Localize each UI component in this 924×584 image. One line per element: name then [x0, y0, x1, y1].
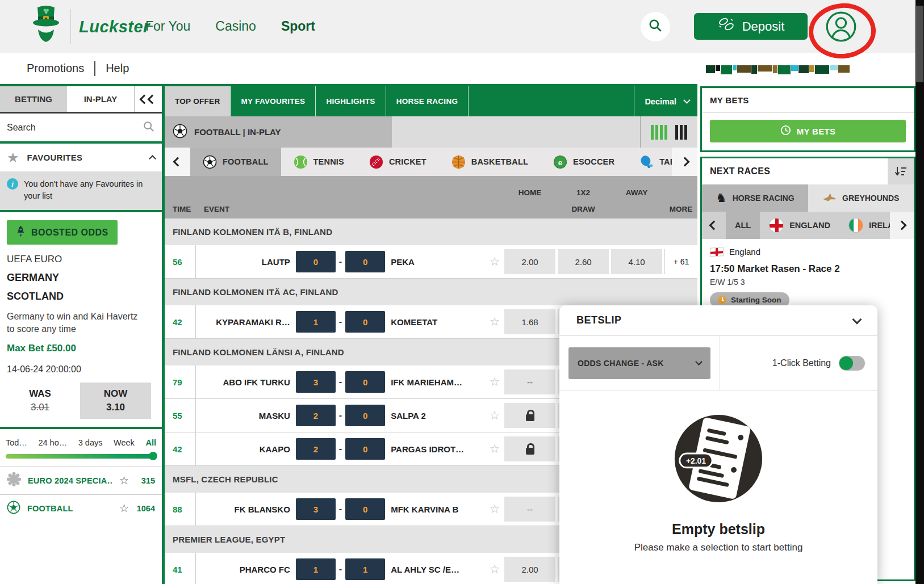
boost-badge-value: +2.01 [686, 456, 706, 465]
favourite-star-icon[interactable]: ☆ [485, 409, 504, 422]
football-icon [203, 155, 217, 169]
boost-description: Germany to win and Kai Havertz to score … [7, 310, 143, 336]
match-event[interactable]: ABO IFK TURKU3-0IFK MARIEHAM… [196, 371, 485, 393]
match-event[interactable]: KYPARAMAKI R…1-0KOMEETAT [196, 311, 485, 333]
luckster-sportsbook-page: Luckster For YouCasinoSport Deposit Prom… [0, 0, 924, 584]
three-column-layout-icon[interactable] [675, 125, 687, 140]
horse-icon: ♞ [716, 192, 727, 204]
more-markets[interactable]: + 61 [664, 249, 697, 274]
favourite-star-icon[interactable]: ☆ [485, 502, 504, 516]
race-tab-horse-racing[interactable]: ♞HORSE RACING [702, 184, 808, 212]
match-event[interactable]: PHARCO FC1-1AL AHLY SC /E… [196, 558, 485, 580]
time-filter-3-days[interactable]: 3 days [78, 438, 103, 447]
favourite-star-icon[interactable]: ☆ [485, 562, 504, 576]
favourite-star-icon[interactable]: ☆ [485, 255, 504, 268]
football-green-icon [7, 501, 20, 516]
brand-name: Luckster [79, 18, 150, 36]
account-button[interactable] [825, 11, 858, 44]
favourites-header[interactable]: ★ FAVOURITES [0, 144, 162, 171]
nav-item-casino[interactable]: Casino [215, 19, 256, 34]
nav-item-for-you[interactable]: For You [145, 19, 190, 34]
market-tab-top-offer[interactable]: TOP OFFER [165, 86, 231, 116]
odds-format-dropdown[interactable]: Decimal [634, 86, 697, 116]
collapse-betslip-icon[interactable] [852, 314, 862, 324]
time-filter-24-ho[interactable]: 24 ho… [38, 438, 67, 447]
match-event[interactable]: KAAPO2-0PARGAS IDROT… [196, 438, 485, 460]
away-score: 0 [345, 498, 385, 520]
sidebar-tab-in-play[interactable]: IN-PLAY [67, 86, 134, 112]
collapse-sidebar-button[interactable] [134, 86, 162, 112]
sport-tab-label: ESOCCER [573, 157, 614, 166]
four-column-layout-icon[interactable] [651, 125, 667, 140]
breadcrumb[interactable]: FOOTBALL | IN-PLAY [165, 116, 392, 148]
search-input: Search [7, 123, 36, 133]
time-filter-all[interactable]: All [145, 438, 156, 447]
country-tab-england[interactable]: ENGLAND [760, 212, 839, 239]
favourite-star-icon[interactable]: ☆ [485, 375, 504, 389]
time-filter-tod[interactable]: Tod… [6, 438, 27, 447]
nav-item-sport[interactable]: Sport [281, 19, 315, 34]
sort-button[interactable] [888, 158, 914, 184]
match-event[interactable]: LAUTP0-0PEKA [196, 251, 485, 272]
sport-tab-football[interactable]: FOOTBALL [190, 148, 281, 176]
country-tab-irela[interactable]: IRELA [839, 212, 890, 239]
time-filter-week[interactable]: Week [114, 438, 135, 447]
home-team: MASKU [196, 411, 290, 421]
time-range-slider[interactable] [6, 454, 156, 459]
odds-change-dropdown[interactable]: ODDS CHANGE - ASK [568, 347, 710, 379]
sidebar-sport-euro-2024-specia[interactable]: EURO 2024 SPECIA…☆315 [0, 467, 162, 494]
sport-tab-esoccer[interactable]: eESOCCER [541, 148, 627, 176]
page-scrollbar[interactable] [915, 0, 924, 584]
odds-cell[interactable]: 2.00 [504, 557, 555, 582]
promotions-link[interactable]: Promotions [27, 62, 84, 75]
breadcrumb-strip: FOOTBALL | IN-PLAY [165, 116, 697, 148]
next-race-card[interactable]: England 17:50 Market Rasen - Race 2 E/W … [702, 239, 914, 316]
away-score: 0 [345, 405, 385, 426]
odds-cell[interactable]: 2.60 [558, 249, 609, 274]
odds-cell[interactable]: 2.00 [504, 249, 555, 274]
sport-tab-table-tennis[interactable]: TABLE TENNIS [627, 148, 672, 176]
col-home: HOME [504, 188, 555, 213]
slider-knob[interactable] [149, 452, 157, 460]
main-nav: For YouCasinoSport [145, 0, 315, 53]
odds-cell[interactable]: 4.10 [611, 249, 662, 274]
favourite-star-icon[interactable]: ☆ [119, 502, 129, 515]
country-tab-label: IRELA [869, 221, 890, 230]
market-tab-highlights[interactable]: HIGHLIGHTS [316, 86, 386, 116]
boosted-odds-card[interactable]: BOOSTED ODDS UEFA EURO GERMANY SCOTLAND … [0, 212, 162, 375]
help-link[interactable]: Help [106, 62, 129, 75]
scroll-countries-right-button[interactable] [890, 212, 914, 239]
odds-cell[interactable]: 1.68 [504, 309, 555, 334]
scrollbar-thumb[interactable] [916, 6, 923, 82]
scroll-countries-left-button[interactable] [702, 212, 726, 239]
now-odds-button[interactable]: NOW 3.10 [80, 383, 151, 419]
market-tab-my-favourites[interactable]: MY FAVOURITES [231, 86, 316, 116]
match-time: 55 [165, 399, 196, 432]
my-bets-button[interactable]: MY BETS [710, 120, 906, 142]
odds-cell-locked [504, 403, 555, 428]
sport-tab-tennis[interactable]: TENNIS [281, 148, 357, 176]
scroll-sports-left-button[interactable] [165, 148, 190, 176]
match-event[interactable]: MASKU2-0SALPA 2 [196, 405, 485, 426]
scroll-sports-right-button[interactable] [672, 148, 697, 176]
market-tab-horse-racing[interactable]: HORSE RACING [386, 86, 469, 116]
sport-tab-basketball[interactable]: BASKETBALL [439, 148, 541, 176]
favourite-star-icon[interactable]: ☆ [485, 315, 504, 329]
sidebar-search[interactable]: Search [0, 114, 162, 144]
england-flag-icon [769, 218, 784, 233]
country-tab-all[interactable]: ALL [726, 212, 760, 239]
search-button[interactable] [641, 12, 670, 41]
odds-cell[interactable]: -- [504, 369, 555, 394]
deposit-button[interactable]: Deposit [694, 13, 808, 40]
favourite-star-icon[interactable]: ☆ [485, 442, 504, 456]
odds-cell[interactable]: -- [504, 497, 555, 522]
favourite-star-icon[interactable]: ☆ [119, 474, 129, 487]
match-event[interactable]: FK BLANSKO3-0MFK KARVINA B [196, 498, 485, 520]
sidebar-tab-betting[interactable]: BETTING [0, 86, 67, 112]
brand-logo[interactable]: Luckster [30, 5, 150, 49]
sport-tab-cricket[interactable]: CRICKET [357, 148, 439, 176]
favourites-empty-message: i You don't have any Favourites in your … [0, 171, 162, 212]
sidebar-sport-football[interactable]: FOOTBALL☆1064 [0, 494, 162, 522]
one-click-betting-toggle[interactable] [839, 356, 865, 371]
race-tab-greyhounds[interactable]: GREYHOUNDS [808, 184, 914, 212]
